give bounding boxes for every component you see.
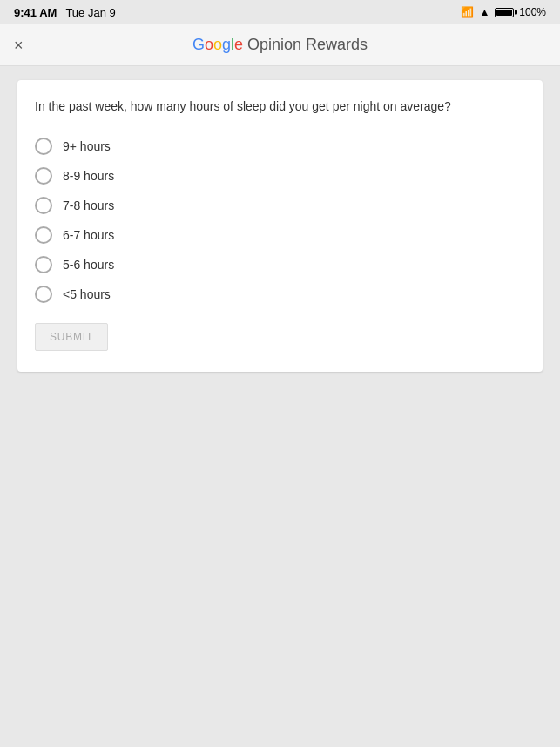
radio-label-opt3: 7-8 hours xyxy=(63,199,114,212)
title-rest: Opinion Rewards xyxy=(243,36,368,53)
radio-circle-opt3 xyxy=(35,197,52,214)
radio-option-opt6[interactable]: <5 hours xyxy=(35,279,525,309)
radio-label-opt5: 5-6 hours xyxy=(63,258,114,272)
radio-option-opt1[interactable]: 9+ hours xyxy=(35,131,525,161)
question-text: In the past week, how many hours of slee… xyxy=(35,98,525,116)
signal-icon: ▲ xyxy=(479,6,489,18)
status-date: Tue Jan 9 xyxy=(65,6,115,19)
close-button[interactable]: × xyxy=(14,37,24,53)
status-time: 9:41 AM xyxy=(14,6,57,19)
radio-circle-opt5 xyxy=(35,256,52,273)
radio-label-opt1: 9+ hours xyxy=(63,139,111,153)
header-bar: × Google Opinion Rewards xyxy=(0,24,560,66)
title-g2: g xyxy=(222,36,231,53)
radio-option-opt3[interactable]: 7-8 hours xyxy=(35,191,525,220)
battery-percentage: 100% xyxy=(519,6,546,18)
radio-option-opt5[interactable]: 5-6 hours xyxy=(35,250,525,279)
submit-button[interactable]: SUBMIT xyxy=(35,323,108,351)
radio-circle-opt6 xyxy=(35,286,52,303)
radio-circle-opt4 xyxy=(35,226,52,244)
radio-circle-opt2 xyxy=(35,167,52,185)
radio-option-opt2[interactable]: 8-9 hours xyxy=(35,161,525,191)
app-title: Google Opinion Rewards xyxy=(192,36,368,54)
battery-icon xyxy=(495,8,514,17)
radio-label-opt4: 6-7 hours xyxy=(63,228,114,242)
title-o2: o xyxy=(213,36,222,53)
radio-label-opt2: 8-9 hours xyxy=(63,169,114,183)
title-e: e xyxy=(234,36,243,53)
survey-card: In the past week, how many hours of slee… xyxy=(17,80,543,372)
radio-label-opt6: <5 hours xyxy=(63,287,111,301)
title-o1: o xyxy=(205,36,213,53)
title-g: G xyxy=(192,36,205,53)
main-content: In the past week, how many hours of slee… xyxy=(0,66,560,747)
radio-options: 9+ hours8-9 hours7-8 hours6-7 hours5-6 h… xyxy=(35,131,525,309)
wifi-icon: 📶 xyxy=(461,6,474,18)
radio-circle-opt1 xyxy=(35,138,52,155)
radio-option-opt4[interactable]: 6-7 hours xyxy=(35,220,525,250)
status-icons: 📶 ▲ 100% xyxy=(461,6,546,18)
status-bar: 9:41 AM Tue Jan 9 📶 ▲ 100% xyxy=(0,0,560,24)
